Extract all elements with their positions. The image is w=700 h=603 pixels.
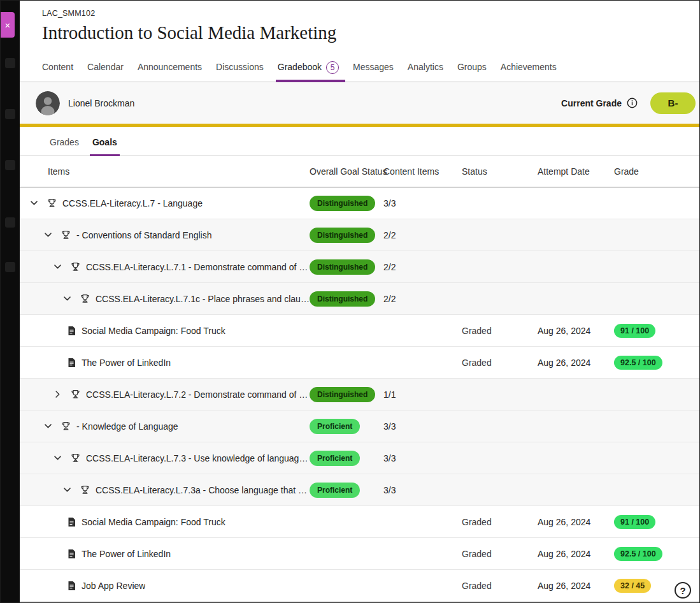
goal-status-badge: Distinguished xyxy=(310,259,375,275)
grade-pill[interactable]: 92.5 / 100 xyxy=(614,547,662,561)
content-item-label[interactable]: Social Media Campaign: Food Truck xyxy=(82,326,225,336)
items-cell: - Conventions of Standard English xyxy=(20,229,310,240)
items-cell: CCSS.ELA-Literacy.L.7.3a - Choose langua… xyxy=(20,484,310,495)
goal-row: - Knowledge of LanguageProficient3/3 xyxy=(20,410,699,442)
document-icon xyxy=(67,358,76,368)
nav-label: Discussions xyxy=(216,62,264,72)
nav-label: Announcements xyxy=(138,62,202,72)
expand-chevron-icon[interactable] xyxy=(52,389,62,400)
items-cell: - Knowledge of Language xyxy=(20,421,310,432)
page-title: Introduction to Social Media Marketing xyxy=(42,21,699,44)
tab-goals[interactable]: Goals xyxy=(92,137,117,156)
collapse-chevron-icon[interactable] xyxy=(62,294,72,304)
document-icon xyxy=(67,326,76,336)
goal-row: CCSS.ELA-Literacy.L.7.1 - Demonstrate co… xyxy=(20,251,699,283)
items-cell: Social Media Campaign: Food Truck xyxy=(20,517,310,527)
column-header-grade: Grade xyxy=(614,166,689,177)
nav-label: Messages xyxy=(353,62,394,72)
goal-row: CCSS.ELA-Literacy.L.7.3 - Use knowledge … xyxy=(20,442,699,474)
goal-label: CCSS.ELA-Literacy.L.7.2 - Demonstrate co… xyxy=(86,389,310,400)
attempt-date: Aug 26, 2024 xyxy=(538,326,614,336)
grade-pill[interactable]: 91 / 100 xyxy=(614,515,655,529)
goal-status-badge: Distinguished xyxy=(310,387,375,402)
close-panel-button[interactable]: × xyxy=(1,12,15,38)
tab-achievements[interactable]: Achievements xyxy=(501,62,557,82)
tab-groups[interactable]: Groups xyxy=(457,62,487,82)
goal-status-cell: Distinguished xyxy=(310,259,383,275)
help-icon[interactable]: ? xyxy=(675,582,691,599)
goal-row: - Conventions of Standard EnglishDisting… xyxy=(20,219,699,251)
content-items-count: 2/2 xyxy=(383,230,462,240)
goal-row: CCSS.ELA-Literacy.L.7.2 - Demonstrate co… xyxy=(20,379,699,410)
goal-label: CCSS.ELA-Literacy.L.7.1 - Demonstrate co… xyxy=(86,262,310,272)
content-item-label[interactable]: Social Media Campaign: Food Truck xyxy=(82,517,225,527)
content-item-label[interactable]: The Power of LinkedIn xyxy=(82,549,171,559)
goal-status-badge: Proficient xyxy=(310,451,360,466)
column-header-status: Status xyxy=(462,166,538,177)
tab-grades[interactable]: Grades xyxy=(50,137,79,156)
goal-trophy-icon xyxy=(80,484,90,495)
collapse-chevron-icon[interactable] xyxy=(29,198,39,208)
current-grade-label: Current Grade xyxy=(561,98,622,108)
grade-pill[interactable]: 91 / 100 xyxy=(614,324,655,338)
items-cell: CCSS.ELA-Literacy.L.7.1 - Demonstrate co… xyxy=(20,261,310,272)
content-items-count: 3/3 xyxy=(383,421,462,432)
goal-trophy-icon xyxy=(70,261,81,272)
goal-trophy-icon xyxy=(70,453,81,463)
items-cell: CCSS.ELA-Literacy.L.7.2 - Demonstrate co… xyxy=(20,389,310,400)
sidebar-ghost-icon xyxy=(5,58,15,68)
sidebar-ghost-icon xyxy=(5,217,15,228)
document-icon xyxy=(67,517,76,527)
tab-analytics[interactable]: Analytics xyxy=(408,62,443,82)
goal-row: CCSS.ELA-Literacy.L.7.1c - Place phrases… xyxy=(20,283,699,315)
sidebar-ghost-icon xyxy=(5,262,15,272)
content-items-count: 3/3 xyxy=(383,485,462,495)
goal-status-badge: Distinguished xyxy=(310,291,375,307)
content-items-count: 2/2 xyxy=(383,262,462,272)
course-nav: ContentCalendarAnnouncementsDiscussionsG… xyxy=(20,52,699,82)
grade-cell: 92.5 / 100 xyxy=(614,356,689,370)
goals-table: Items Overall Goal Status Content Items … xyxy=(20,156,699,602)
status-text: Graded xyxy=(462,517,538,527)
goal-row: CCSS.ELA-Literacy.L.7.3a - Choose langua… xyxy=(20,474,699,506)
nav-label: Calendar xyxy=(87,62,124,72)
nav-label: Groups xyxy=(457,62,487,72)
tab-gradebook[interactable]: Gradebook5 xyxy=(278,61,339,82)
tab-messages[interactable]: Messages xyxy=(353,62,394,82)
content-item-label[interactable]: Job App Review xyxy=(82,581,145,591)
attempt-date: Aug 26, 2024 xyxy=(538,358,614,368)
tab-content[interactable]: Content xyxy=(42,62,73,82)
grade-pill[interactable]: 92.5 / 100 xyxy=(614,356,662,370)
collapse-chevron-icon[interactable] xyxy=(43,421,53,432)
items-cell: CCSS.ELA-Literacy.L.7 - Language xyxy=(20,198,310,208)
collapse-chevron-icon[interactable] xyxy=(52,453,62,463)
items-cell: Job App Review xyxy=(20,581,310,591)
student-bar: Lionel Brockman Current Grade B- xyxy=(20,82,699,124)
goal-label: CCSS.ELA-Literacy.L.7.3 - Use knowledge … xyxy=(86,453,310,463)
tab-announcements[interactable]: Announcements xyxy=(138,62,202,82)
grade-cell: 91 / 100 xyxy=(614,324,689,338)
main-panel: LAC_SMM102 Introduction to Social Media … xyxy=(20,1,699,602)
items-cell: The Power of LinkedIn xyxy=(20,358,310,368)
nav-label: Content xyxy=(42,62,73,72)
goal-trophy-icon xyxy=(61,229,71,240)
column-header-goal-status: Overall Goal Status xyxy=(310,166,383,177)
attempt-date: Aug 26, 2024 xyxy=(538,517,614,527)
gradebook-goals-page: × LAC_SMM102 Introduction to Social Medi… xyxy=(0,0,700,603)
content-item-row: The Power of LinkedInGradedAug 26, 20249… xyxy=(20,538,699,570)
collapse-chevron-icon[interactable] xyxy=(43,230,53,240)
collapse-chevron-icon[interactable] xyxy=(62,485,72,495)
current-grade-pill[interactable]: B- xyxy=(650,92,696,114)
goal-label: - Conventions of Standard English xyxy=(76,230,211,240)
tab-discussions[interactable]: Discussions xyxy=(216,62,264,82)
info-icon[interactable] xyxy=(627,98,638,108)
status-text: Graded xyxy=(462,581,538,591)
goal-status-badge: Proficient xyxy=(310,483,360,498)
collapse-chevron-icon[interactable] xyxy=(52,262,62,272)
tab-calendar[interactable]: Calendar xyxy=(87,62,124,82)
collapsed-sidebar: × xyxy=(1,1,20,602)
grade-pill[interactable]: 32 / 45 xyxy=(614,579,651,593)
content-item-label[interactable]: The Power of LinkedIn xyxy=(82,358,171,368)
course-header: LAC_SMM102 Introduction to Social Media … xyxy=(20,1,699,44)
goal-status-cell: Distinguished xyxy=(310,196,383,211)
